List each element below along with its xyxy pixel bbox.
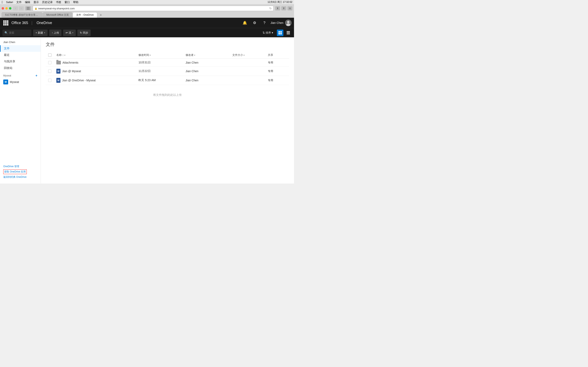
download-button[interactable]: ⬇ — [275, 6, 280, 10]
sidebar-user-name: Jian Chen — [0, 40, 41, 45]
top-navigation: Office 365 | OneDrive 🔔 ⚙ ? Jian Chen — [0, 18, 294, 28]
tab-51cto[interactable]: 51CTO博客-原创IT文章分享平台 — [2, 12, 43, 17]
get-app-link[interactable]: 获取 OneDrive 应用 — [3, 169, 27, 174]
flow-chevron-icon: ▾ — [72, 32, 73, 34]
office-brand-label: Office 365 — [11, 21, 28, 25]
svg-point-4 — [287, 21, 290, 23]
modifier-sort-chevron-icon[interactable]: ▾ — [194, 54, 195, 56]
menu-view[interactable]: 显示 — [34, 0, 39, 4]
word-icon: W — [56, 78, 61, 83]
col-name-header[interactable]: 名称 ↑ ▾ — [54, 52, 136, 59]
menu-window[interactable]: 窗口 — [65, 0, 70, 4]
col-modifier-header[interactable]: 修改者 ▾ — [183, 52, 230, 59]
word-icon: W — [56, 69, 61, 74]
maximize-button[interactable] — [9, 7, 11, 9]
row-checkbox[interactable] — [48, 61, 52, 64]
search-input[interactable] — [9, 31, 29, 34]
row-modifier-cell: Jian Chen — [183, 59, 230, 67]
table-row[interactable]: W Jian @ Myseat 11月22日 Jian Chen 专用 — [46, 67, 289, 76]
menu-safari[interactable]: Safari — [6, 1, 13, 4]
row-modified-cell: 11月22日 — [136, 67, 183, 76]
apple-menu[interactable]:  — [2, 0, 3, 4]
menu-edit[interactable]: 编辑 — [25, 0, 30, 4]
mac-menu-bar:  Safari 文件 编辑 显示 历史记录 书签 窗口 帮助 12月6日 周三… — [0, 0, 294, 4]
table-row[interactable]: W Jian @ OneDrive - Myseat 昨天 5:23 AM Ji… — [46, 76, 289, 85]
row-checkbox[interactable] — [48, 69, 52, 73]
menu-help[interactable]: 帮助 — [73, 0, 78, 4]
minimize-button[interactable] — [5, 7, 8, 9]
menu-history[interactable]: 历史记录 — [42, 0, 53, 4]
app-container: Office 365 | OneDrive 🔔 ⚙ ? Jian Chen 🔍 … — [0, 18, 294, 184]
duplicate-button[interactable]: ⧉ — [287, 6, 292, 10]
sidebar-section-myseat: Myseat + — [0, 71, 41, 78]
file-name: Jian @ Myseat — [62, 69, 81, 73]
sidebar-toggle-button[interactable] — [25, 6, 31, 10]
sidebar-site-myseat[interactable]: M Myseat — [0, 78, 41, 86]
row-checkbox-cell[interactable] — [46, 59, 54, 67]
row-size-cell — [230, 76, 265, 85]
browser-chrome: ‹ › 🔒 ↻ ⬇ ⬆ ⧉ 51CTO博客-原创IT文章分享平台 Microso… — [0, 4, 294, 18]
svg-rect-11 — [287, 33, 290, 33]
notifications-button[interactable]: 🔔 — [241, 19, 249, 26]
table-row[interactable]: Attachments 10月31日 Jian Chen 专用 — [46, 59, 289, 67]
flow-button[interactable]: ⇌ 流 ▾ — [63, 30, 76, 36]
toolbar: 🔍 + 新建 ▾ ↑ 上传 ⇌ 流 ▾ ↻ 同步 ⇅ 排序 ▾ — [0, 28, 294, 37]
list-view-button[interactable] — [285, 30, 292, 36]
tab-office-home[interactable]: Microsoft Office 主页 — [43, 12, 72, 17]
address-input[interactable] — [38, 7, 268, 10]
main-layout: Jian Chen 文件 最近 与我共享 回收站 Myseat + M Myse… — [0, 37, 294, 184]
sidebar-item-recent[interactable]: 最近 — [0, 52, 41, 58]
name-sort-chevron-icon[interactable]: ▾ — [64, 54, 65, 56]
row-sharing-cell: 专用 — [265, 67, 289, 76]
file-table: 名称 ↑ ▾ 修改时间 ▾ — [46, 52, 289, 85]
sync-button[interactable]: ↻ 同步 — [77, 30, 91, 36]
col-sharing-header: 共享 — [265, 52, 289, 59]
forward-button[interactable]: › — [19, 6, 24, 10]
myseat-site-label: Myseat — [10, 80, 19, 83]
grid-view-button[interactable] — [277, 30, 283, 36]
help-button[interactable]: ? — [261, 19, 268, 26]
sidebar-item-shared[interactable]: 与我共享 — [0, 58, 41, 65]
row-size-cell — [230, 67, 265, 76]
row-name-cell[interactable]: W Jian @ OneDrive - Myseat — [54, 76, 136, 85]
search-icon: 🔍 — [4, 31, 8, 34]
modified-sort-chevron-icon[interactable]: ▾ — [150, 54, 151, 56]
app-launcher-button[interactable] — [2, 20, 9, 26]
col-modified-header[interactable]: 修改时间 ▾ — [136, 52, 183, 59]
classic-onedrive-link[interactable]: 返回到经典 OneDrive — [3, 175, 37, 179]
menu-file[interactable]: 文件 — [16, 0, 22, 4]
user-menu[interactable]: Jian Chen — [270, 20, 292, 26]
row-checkbox[interactable] — [48, 79, 52, 82]
sidebar-item-recycle[interactable]: 回收站 — [0, 65, 41, 71]
col-size-header[interactable]: 文件大小 ▾ — [230, 52, 265, 59]
row-sharing-cell: 专用 — [265, 59, 289, 67]
folder-icon — [56, 61, 61, 64]
svg-rect-12 — [287, 34, 290, 34]
size-sort-chevron-icon[interactable]: ▾ — [243, 54, 245, 56]
add-site-button[interactable]: + — [35, 74, 37, 77]
row-checkbox-cell[interactable] — [46, 76, 54, 85]
upload-button[interactable]: ↑ 上传 — [49, 30, 61, 36]
row-checkbox-cell[interactable] — [46, 67, 54, 76]
menu-bookmarks[interactable]: 书签 — [56, 0, 61, 4]
svg-rect-6 — [278, 31, 280, 33]
new-tab-button[interactable]: + — [98, 13, 103, 17]
select-all-checkbox[interactable] — [48, 53, 52, 57]
row-name-cell[interactable]: W Jian @ Myseat — [54, 67, 136, 76]
back-button[interactable]: ‹ — [13, 6, 18, 10]
settings-button[interactable]: ⚙ — [251, 19, 258, 26]
row-modifier-cell: Jian Chen — [183, 76, 230, 85]
reload-button[interactable]: ↻ — [269, 7, 272, 10]
tab-onedrive[interactable]: 文件 - OneDrive — [73, 12, 97, 17]
new-button[interactable]: + 新建 ▾ — [33, 30, 48, 36]
sort-button[interactable]: ⇅ 排序 ▾ — [260, 30, 275, 36]
sidebar-item-files[interactable]: 文件 — [0, 45, 41, 52]
share-button[interactable]: ⬆ — [281, 6, 286, 10]
col-checkbox[interactable] — [46, 52, 54, 59]
close-button[interactable] — [2, 7, 4, 9]
onedrive-admin-link[interactable]: OneDrive 管理 — [3, 165, 37, 168]
svg-rect-1 — [27, 8, 30, 8]
sort-chevron-icon: ▾ — [272, 31, 273, 34]
row-name-cell[interactable]: Attachments — [54, 59, 136, 67]
traffic-lights — [2, 7, 11, 9]
